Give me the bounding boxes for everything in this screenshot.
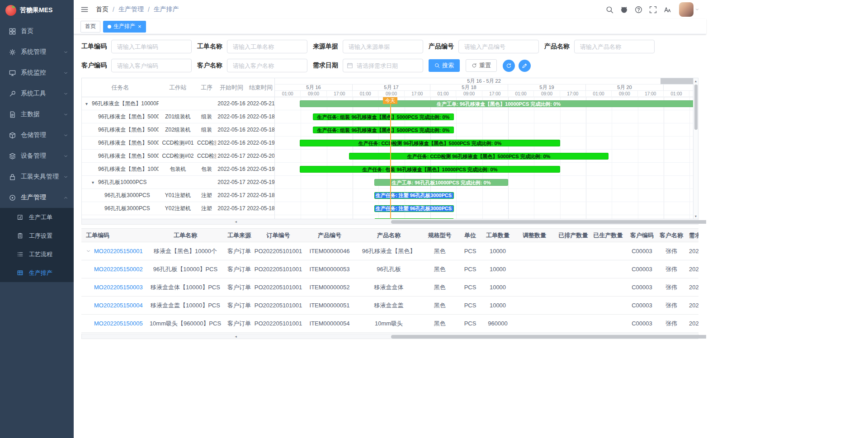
scroll-thumb[interactable]	[391, 220, 707, 224]
reset-button[interactable]: 重置	[466, 59, 497, 72]
scroll-thumb[interactable]	[391, 335, 707, 339]
cell-demand_date: 2022	[685, 266, 698, 273]
demand-date-input[interactable]	[343, 59, 423, 72]
cell-code: MO202205150005	[81, 320, 145, 327]
sidebar-item-system-admin[interactable]: 系统管理	[0, 42, 74, 62]
sync-button[interactable]	[503, 60, 515, 72]
gantt-task-bar[interactable]: 生产任务: 包装 96孔移液盒【黑色】10000PCS 完成比例: 0%	[300, 166, 560, 173]
work-order-name-input[interactable]	[227, 40, 307, 53]
work-order-link[interactable]: MO202205150003	[94, 284, 143, 291]
font-size-icon[interactable]	[664, 6, 671, 14]
source-doc-input[interactable]	[343, 40, 423, 53]
sidebar-item-system-tools[interactable]: 系统工具	[0, 83, 74, 104]
gantt-task-bar[interactable]: 生产任务: CCD检测 96孔移液盒【黑色】5000PCS 完成比例: 0%	[300, 140, 560, 146]
sidebar-item-fixtures[interactable]: 工装夹具管理	[0, 166, 74, 187]
sidebar-item-production[interactable]: 生产管理	[0, 187, 74, 208]
customer-code-input[interactable]	[111, 59, 192, 72]
gantt-task-grid: 任务名工作站工序开始时间结束时间▾96孔移液盒【黑色】10000PCS2022-…	[82, 78, 275, 219]
cell-spec: 黑色	[423, 265, 457, 273]
gantt-grid-row[interactable]: 96孔移液盒【黑色】5000PCSCCD检测#01CCD检测2022-05-16…	[82, 137, 274, 150]
gantt-horizontal-scrollbar[interactable]: ◄►	[81, 219, 698, 225]
tree-collapse-icon[interactable]: ▾	[92, 180, 98, 185]
search-button[interactable]: 搜索	[429, 59, 460, 72]
tools-icon	[9, 90, 16, 97]
scroll-left-arrow[interactable]: ◄	[82, 219, 390, 225]
gantt-workorder-bar[interactable]: 生产工单: 96孔移液盒【黑色】10000PCS 完成比例: 0%	[300, 100, 693, 107]
work-order-link[interactable]: MO202205150001	[94, 248, 143, 254]
breadcrumb-item[interactable]: 首页	[96, 5, 108, 14]
sidebar-toggle-icon[interactable]	[80, 5, 89, 14]
sidebar-item-equipment[interactable]: 设备管理	[0, 146, 74, 166]
cell-name: 96孔孔板【10000】PCS	[145, 265, 226, 273]
sidebar-item-label: 系统管理	[21, 48, 46, 56]
gantt-grid-row[interactable]: 96孔孔板3000PCSY02注塑机注塑2022-05-172022-05-18	[82, 202, 274, 215]
avatar[interactable]	[679, 2, 693, 17]
gantt-hour-label: 01:00	[664, 91, 689, 97]
work-order-code-input[interactable]	[111, 40, 192, 53]
gantt-task-bar[interactable]: 生产任务: 注塑 96孔孔板3000PCS 完成比例: 0%	[374, 205, 454, 212]
product-code-input[interactable]	[458, 40, 539, 53]
cell-demand_date: 2022	[685, 302, 698, 309]
gantt-task-bar[interactable]: 生产任务: CCD检测 96孔移液盒【黑色】5000PCS 完成比例: 0%	[349, 153, 609, 160]
gantt-grid-row[interactable]: 96孔移液盒【黑色】10000PCS包装机包装2022-05-162022-05…	[82, 163, 274, 176]
customer-name-input[interactable]	[227, 59, 307, 72]
gantt-grid-row[interactable]: ▾96孔移液盒【黑色】10000PCS2022-05-162022-05-21	[82, 97, 274, 110]
gantt-workorder-bar[interactable]: 生产工单: 96孔孔板10000PCS 完成比例: 0%	[374, 179, 508, 186]
sidebar-item-warehouse[interactable]: 仓储管理	[0, 125, 74, 146]
gantt-chart-row: 生产任务: 组装 96孔移液盒【黑色】5000PCS 完成比例: 0%	[275, 110, 693, 123]
cell-qty: 10000	[484, 266, 512, 273]
sidebar-item-scheduling[interactable]: 生产排产	[0, 264, 74, 282]
scroll-down-arrow[interactable]: ▼	[693, 213, 698, 219]
row-expand-chevron-icon[interactable]	[86, 249, 94, 254]
sidebar-item-process-flow[interactable]: 工艺流程	[0, 245, 74, 264]
gantt-grid-row[interactable]: 96孔孔板3000PCSY03注塑机注塑2022-05-172022-05-18	[82, 215, 274, 219]
breadcrumb-item[interactable]: 生产管理	[118, 5, 144, 14]
sidebar-item-process-setting[interactable]: 工序设置	[0, 226, 74, 245]
breadcrumb-item: 生产排产	[154, 5, 179, 14]
product-name-input[interactable]	[574, 40, 655, 53]
gantt-hour-label: 09:00	[456, 91, 482, 97]
work-order-link[interactable]: MO202205150002	[94, 266, 143, 273]
sidebar-item-label: 系统监控	[21, 69, 46, 77]
gantt-grid-row[interactable]: ▾96孔孔板10000PCS2022-05-172022-05-19	[82, 176, 274, 189]
gantt-vertical-scrollbar[interactable]: ▲▼	[693, 78, 698, 219]
gantt-station: Z01组装机	[159, 113, 197, 121]
gantt-grid-row[interactable]: 96孔孔板3000PCSY01注塑机注塑2022-05-172022-05-18	[82, 189, 274, 202]
cell-customer_code: C00003	[627, 266, 657, 273]
sidebar-item-system-monitor[interactable]: 系统监控	[0, 62, 74, 83]
tab-home[interactable]: 首页	[80, 21, 100, 33]
sidebar-submenu-production: 生产工单工序设置工艺流程生产排产	[0, 208, 74, 282]
gantt-task-bar[interactable]: 生产任务: 注塑 96孔孔板3000PCS 完成比例: 0%	[374, 192, 454, 199]
github-icon[interactable]	[620, 6, 628, 14]
user-menu[interactable]	[679, 2, 699, 17]
filter-field-demand-date: 需求日期	[313, 59, 423, 72]
orders-horizontal-scrollbar[interactable]: ◄►	[81, 334, 698, 339]
cell-customer_name: 张伟	[657, 283, 685, 292]
work-order-link[interactable]: MO202205150004	[94, 302, 143, 309]
gantt-task-bar[interactable]: 生产任务: 组装 96孔移液盒【黑色】5000PCS 完成比例: 0%	[313, 127, 454, 133]
scroll-left-arrow[interactable]: ◄	[82, 334, 390, 339]
close-icon[interactable]: ×	[138, 24, 142, 29]
gantt-task-bar[interactable]: 生产任务: 组装 96孔移液盒【黑色】5000PCS 完成比例: 0%	[313, 113, 454, 120]
gantt-grid-row[interactable]: 96孔移液盒【黑色】5000PCSZ01组装机组装2022-05-162022-…	[82, 110, 274, 123]
gantt-day-label: 5月 18	[430, 85, 508, 90]
work-order-link[interactable]: MO202205150005	[94, 320, 143, 327]
gantt-task-bar[interactable]: 生产任务: 注塑 96孔孔板3000PCS 完成比例: 0%	[374, 218, 454, 219]
sidebar-item-label: 工序设置	[29, 232, 52, 240]
fullscreen-icon[interactable]	[649, 6, 657, 14]
gantt-grid-row[interactable]: 96孔移液盒【黑色】5000PCSZ02组装机组装2022-05-162022-…	[82, 123, 274, 137]
tab-scheduling[interactable]: 生产排产×	[103, 21, 146, 33]
sidebar-item-home[interactable]: 首页	[0, 21, 74, 42]
gantt-grid-row[interactable]: 96孔移液盒【黑色】5000PCSCCD检测#02CCD检测2022-05-17…	[82, 150, 274, 163]
help-icon[interactable]	[635, 6, 642, 14]
tree-collapse-icon[interactable]: ▾	[85, 101, 92, 106]
sidebar-item-work-order[interactable]: 生产工单	[0, 208, 74, 226]
dashboard-icon	[9, 28, 16, 35]
gantt-hour-label: 01:00	[353, 91, 378, 97]
search-icon[interactable]	[606, 6, 613, 14]
scroll-thumb[interactable]	[694, 85, 698, 130]
sidebar-item-master-data[interactable]: 主数据	[0, 104, 74, 125]
scroll-up-arrow[interactable]: ▲	[693, 78, 698, 84]
cell-qty: 10000	[484, 302, 512, 309]
edit-button[interactable]	[519, 60, 531, 72]
